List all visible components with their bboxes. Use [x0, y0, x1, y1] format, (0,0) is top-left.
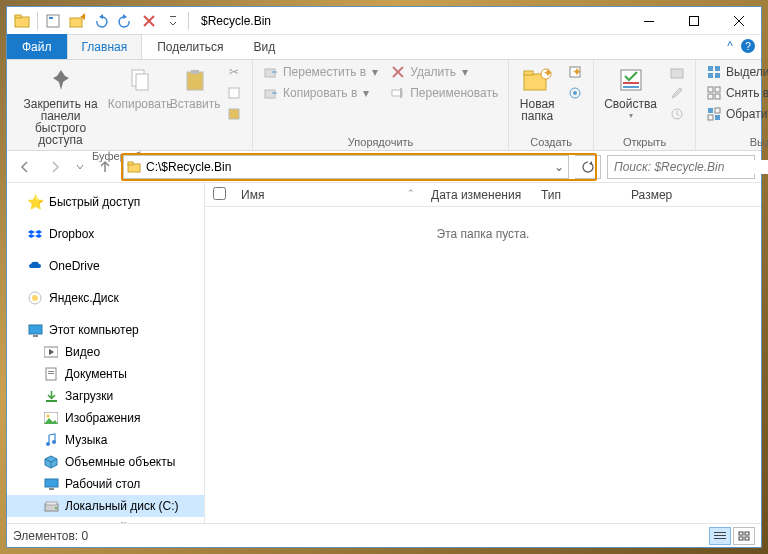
- nav-pictures[interactable]: Изображения: [7, 407, 204, 429]
- nav-dropbox[interactable]: Dropbox: [7, 223, 204, 245]
- address-dropdown-icon[interactable]: ⌄: [550, 160, 568, 174]
- view-large-icons-button[interactable]: [733, 527, 755, 545]
- column-size[interactable]: Размер: [623, 188, 693, 202]
- nav-onedrive[interactable]: OneDrive: [7, 255, 204, 277]
- tab-home[interactable]: Главная: [67, 34, 143, 59]
- select-none-button[interactable]: Снять выделение: [702, 83, 768, 103]
- search-input[interactable]: [608, 160, 768, 174]
- svg-rect-36: [708, 87, 713, 92]
- ribbon-group-organize: Переместить в▾ Копировать в▾ Удалить▾ Пе…: [253, 60, 509, 150]
- column-headers: Имя⌃ Дата изменения Тип Размер: [205, 183, 761, 207]
- paste-shortcut-button[interactable]: [222, 104, 246, 124]
- tab-file[interactable]: Файл: [7, 34, 67, 59]
- yandex-icon: [27, 290, 43, 306]
- svg-point-64: [55, 507, 57, 509]
- group-label-new: Создать: [515, 134, 587, 150]
- folder-icon[interactable]: [11, 10, 33, 32]
- svg-rect-77: [745, 537, 749, 540]
- up-button[interactable]: [93, 155, 117, 179]
- nav-this-pc[interactable]: Этот компьютер: [7, 319, 204, 341]
- open-button[interactable]: [665, 62, 689, 82]
- qat-delete-icon[interactable]: [138, 10, 160, 32]
- svg-rect-75: [745, 532, 749, 535]
- edit-icon: [669, 85, 685, 101]
- forward-button[interactable]: [43, 155, 67, 179]
- recent-locations-button[interactable]: [73, 155, 87, 179]
- qat-dropdown-icon[interactable]: [162, 10, 184, 32]
- copy-button[interactable]: Копировать: [112, 62, 168, 112]
- copy-path-icon: [226, 85, 242, 101]
- svg-rect-72: [714, 535, 726, 536]
- copy-path-button[interactable]: [222, 83, 246, 103]
- svg-rect-10: [136, 74, 148, 90]
- address-bar[interactable]: ⌄: [123, 155, 569, 179]
- nav-yandex[interactable]: Яндекс.Диск: [7, 287, 204, 309]
- ribbon: Закрепить на панели быстрого доступа Коп…: [7, 59, 761, 151]
- qat-properties-icon[interactable]: [42, 10, 64, 32]
- pin-button[interactable]: Закрепить на панели быстрого доступа: [13, 62, 108, 148]
- ribbon-group-open: Свойства ▾ Открыть: [594, 60, 696, 150]
- nav-3d-objects[interactable]: Объемные объекты: [7, 451, 204, 473]
- nav-videos[interactable]: Видео: [7, 341, 204, 363]
- move-to-button[interactable]: Переместить в▾: [259, 62, 382, 82]
- svg-rect-11: [187, 72, 203, 90]
- column-name[interactable]: Имя⌃: [233, 188, 423, 202]
- nav-downloads[interactable]: Загрузки: [7, 385, 204, 407]
- select-all-icon: [706, 64, 722, 80]
- refresh-button[interactable]: [575, 155, 601, 179]
- copy-to-icon: [263, 85, 279, 101]
- svg-rect-13: [229, 88, 239, 98]
- qat-newfolder-icon[interactable]: ✦: [66, 10, 88, 32]
- desktop-icon: [43, 476, 59, 492]
- svg-rect-73: [714, 538, 726, 539]
- svg-point-59: [52, 440, 56, 444]
- search-box[interactable]: [607, 155, 755, 179]
- paste-button[interactable]: Вставить: [172, 62, 218, 112]
- new-folder-button[interactable]: ✦ Новая папка: [515, 62, 559, 124]
- svg-rect-55: [46, 400, 57, 402]
- minimize-button[interactable]: [626, 7, 671, 35]
- qat-undo-icon[interactable]: [90, 10, 112, 32]
- window-title: $Recycle.Bin: [195, 14, 626, 28]
- svg-rect-8: [689, 16, 698, 25]
- address-row: ⌄: [7, 151, 761, 183]
- delete-button[interactable]: Удалить▾: [386, 62, 502, 82]
- ribbon-collapse-icon[interactable]: ^: [727, 39, 733, 53]
- close-button[interactable]: [716, 7, 761, 35]
- new-item-button[interactable]: ✦: [563, 62, 587, 82]
- cut-button[interactable]: ✂: [222, 62, 246, 82]
- nav-documents[interactable]: Документы: [7, 363, 204, 385]
- select-all-button[interactable]: Выделить все: [702, 62, 768, 82]
- nav-music[interactable]: Музыка: [7, 429, 204, 451]
- properties-button[interactable]: Свойства ▾: [600, 62, 661, 124]
- nav-quick-access[interactable]: ⭐Быстрый доступ: [7, 191, 204, 213]
- address-input[interactable]: [144, 156, 550, 178]
- easy-access-button[interactable]: [563, 83, 587, 103]
- maximize-button[interactable]: [671, 7, 716, 35]
- rename-button[interactable]: Переименовать: [386, 83, 502, 103]
- tab-view[interactable]: Вид: [238, 34, 290, 59]
- help-icon[interactable]: ?: [741, 39, 755, 53]
- history-button[interactable]: [665, 104, 689, 124]
- svg-rect-6: [170, 16, 176, 17]
- column-type[interactable]: Тип: [533, 188, 623, 202]
- back-button[interactable]: [13, 155, 37, 179]
- edit-button[interactable]: [665, 83, 689, 103]
- svg-rect-2: [47, 15, 59, 27]
- cut-icon: ✂: [226, 64, 242, 80]
- nav-drive-c[interactable]: Локальный диск (C:): [7, 495, 204, 517]
- copy-to-button[interactable]: Копировать в▾: [259, 83, 382, 103]
- video-icon: [43, 344, 59, 360]
- tab-share[interactable]: Поделиться: [142, 34, 238, 59]
- svg-rect-53: [48, 371, 54, 372]
- new-folder-icon: ✦: [521, 64, 553, 96]
- view-details-button[interactable]: [709, 527, 731, 545]
- svg-rect-43: [715, 115, 720, 120]
- column-date[interactable]: Дата изменения: [423, 188, 533, 202]
- select-all-checkbox[interactable]: [205, 187, 233, 203]
- invert-selection-button[interactable]: Обратить выделение: [702, 104, 768, 124]
- delete-icon: [390, 64, 406, 80]
- navigation-pane: ⭐Быстрый доступ Dropbox OneDrive Яндекс.…: [7, 183, 205, 523]
- nav-desktop[interactable]: Рабочий стол: [7, 473, 204, 495]
- qat-redo-icon[interactable]: [114, 10, 136, 32]
